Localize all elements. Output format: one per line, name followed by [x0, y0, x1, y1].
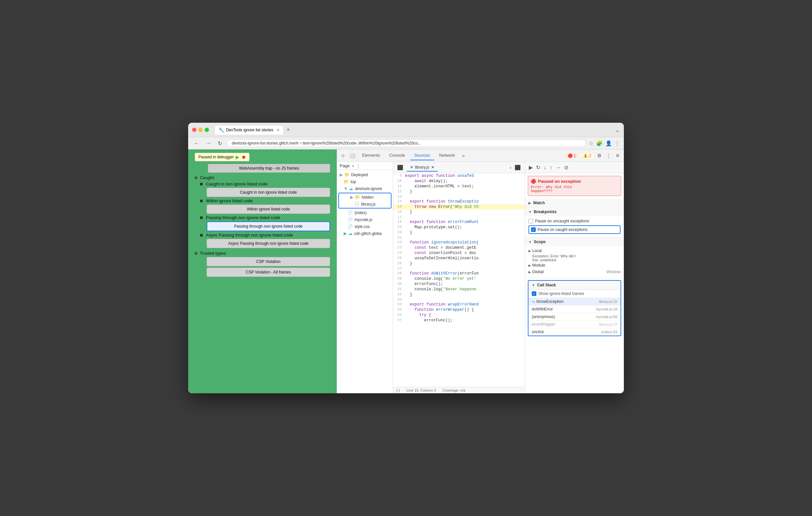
deactivate-breakpoints-btn[interactable]: ⊘	[563, 163, 570, 172]
window-controls: ⌄	[615, 126, 620, 133]
navigator-btn[interactable]: ⬛	[513, 163, 522, 172]
step-btn[interactable]: →	[554, 164, 562, 172]
call-stack-frame-1[interactable]: doWithError mycode.js:18	[528, 305, 620, 313]
tab-favicon: 🔧	[219, 127, 224, 133]
step-out-btn[interactable]: ↑	[549, 164, 553, 172]
browser-tab[interactable]: 🔧 DevTools ignore list stories ✕	[214, 125, 284, 134]
file-item-cdn[interactable]: ▶ ☁ cdn.glitch.globa	[337, 230, 393, 237]
tab-elements[interactable]: Elements	[358, 151, 384, 160]
tab-network[interactable]: Network	[435, 151, 459, 160]
code-line-27: 27	[393, 266, 525, 271]
code-line-26: 26 }	[393, 261, 525, 266]
devtools-topbar: ⊹ ⬜ Elements Console Sources Network » �	[337, 149, 624, 162]
caught-bullet	[195, 177, 197, 179]
address-input[interactable]	[227, 139, 586, 147]
folder-icon-hidden: ▶ 📁	[350, 195, 360, 200]
record-icon[interactable]: ⏺	[241, 154, 246, 160]
close-tab-icon[interactable]: ✕	[431, 165, 434, 170]
maximize-button[interactable]	[205, 128, 209, 132]
file-item-stylecss[interactable]: 📄 style.css	[337, 223, 393, 230]
settings-btn[interactable]: ⚙	[596, 151, 603, 160]
breakpoints-chevron: ▼	[528, 210, 532, 214]
call-stack-frame-3[interactable]: errorWrapper library.js:37	[528, 321, 620, 328]
tab-close-button[interactable]: ✕	[277, 128, 280, 132]
cloud-icon-devtools: ▼ ☁	[344, 186, 353, 191]
file-item-libraryjs[interactable]: 📄 library.js	[340, 201, 390, 208]
more-options-btn[interactable]: ⋮	[605, 151, 612, 160]
address-bar: ← → ↻ ☆ 🧩 👤 ⋮	[188, 137, 624, 149]
debugger-toolbar: ▶ ↻ ↓ ↑ → ⊘	[525, 162, 624, 173]
story-btn-0[interactable]: Caught in non ignore listed code	[207, 188, 330, 197]
pause-uncaught-checkbox[interactable]	[528, 219, 533, 223]
show-ignored-checkbox[interactable]: ✓	[532, 291, 536, 296]
back-button[interactable]: ←	[192, 140, 201, 147]
breakpoints-header[interactable]: ▼ Breakpoints	[525, 208, 624, 216]
call-stack-frame-2[interactable]: (anonymous) mycode.js:89	[528, 313, 620, 321]
trusted-btn-1[interactable]: CSP Violation - All frames	[207, 268, 330, 277]
file-item-mycode[interactable]: 📄 mycode.js	[337, 216, 393, 223]
bookmark-icon[interactable]: ☆	[589, 140, 593, 147]
call-stack-header[interactable]: ▼ Call Stack	[528, 281, 620, 290]
trusted-items: CSP Violation CSP Violation - All frames	[200, 257, 330, 277]
pause-caught-checkbox[interactable]: ✓	[531, 227, 536, 232]
file-item-devtools[interactable]: ▼ ☁ devtools-ignore	[337, 185, 393, 192]
item-1-label: Within ignore listed code	[200, 198, 330, 203]
code-line-12: 12 }	[393, 189, 525, 194]
item-3-label: Async Passing through non ignore listed …	[200, 233, 330, 238]
watch-section: ▶ Watch	[525, 199, 624, 208]
reload-button[interactable]: ↻	[216, 140, 224, 147]
file-item-index[interactable]: 📄 (index)	[337, 209, 393, 216]
new-tab-button[interactable]: +	[285, 125, 291, 134]
code-line-37: 37 errorFunc();	[393, 318, 525, 323]
call-stack-frame-4[interactable]: onclick (index):83	[528, 328, 620, 336]
tab-sources[interactable]: Sources	[410, 151, 434, 160]
story-btn-3[interactable]: Async Passing through non ignore listed …	[207, 239, 330, 248]
extensions-icon[interactable]: 🧩	[596, 140, 603, 147]
devtools-more-tabs[interactable]: »	[460, 152, 467, 160]
story-btn-2[interactable]: Passing through non ignore listed code	[207, 221, 330, 231]
error-badge: 🔴 1	[565, 153, 579, 159]
sidebar-more-btn[interactable]: »	[351, 163, 354, 168]
code-area[interactable]: 9 export async function unsafeS 10 await…	[393, 173, 525, 387]
code-line-16: 16 }	[393, 210, 525, 215]
file-item-deployed[interactable]: ▶ 📁 Deployed	[337, 171, 393, 178]
trusted-btn-0[interactable]: CSP Violation	[207, 257, 330, 266]
menu-icon[interactable]: ⋮	[615, 140, 620, 147]
file-tab-icon: ✕	[410, 165, 413, 170]
close-devtools-btn[interactable]: ✕	[614, 151, 621, 160]
resume-icon[interactable]: ▶	[236, 154, 239, 160]
device-toolbar-btn[interactable]: ⬜	[348, 151, 357, 160]
items-list: Caught in non ignore listed code Caught …	[200, 181, 330, 248]
inspect-element-btn[interactable]: ⊹	[340, 151, 347, 160]
code-editor: ⬛ ✕ library.js ✕ › ⬛ 9 export async func…	[393, 162, 525, 393]
step-into-btn[interactable]: ↓	[543, 164, 547, 172]
forward-button[interactable]: →	[204, 140, 213, 147]
call-stack-frame-0[interactable]: ⇒ throwException library.js:15	[528, 298, 620, 305]
watch-chevron: ▶	[528, 201, 531, 205]
title-bar: 🔧 DevTools ignore list stories ✕ + ⌄	[188, 123, 624, 137]
js-icon-mycode: 📄	[348, 217, 353, 222]
close-button[interactable]	[192, 128, 196, 132]
exception-error-icon: 🔴	[531, 179, 536, 184]
editor-more[interactable]: ›	[510, 164, 511, 171]
code-line-14: 14 export function throwExceptio	[393, 199, 525, 204]
browser-window: 🔧 DevTools ignore list stories ✕ + ⌄ ← →…	[188, 123, 624, 393]
sidebar-menu-btn[interactable]: ⋮	[356, 163, 360, 168]
tab-console[interactable]: Console	[385, 151, 409, 160]
code-line-31: 31 console.log('Never happene	[393, 287, 525, 292]
item-2-label: Passing through non ignore listed code	[200, 215, 330, 220]
minimize-button[interactable]	[198, 128, 203, 132]
file-item-top[interactable]: 📁 top	[337, 178, 393, 185]
code-line-9: 9 export async function unsafeS	[393, 173, 525, 179]
show-ignored-row: ✓ Show ignore-listed frames	[528, 290, 620, 298]
resume-btn[interactable]: ▶	[528, 163, 534, 172]
toggle-sidebar-btn[interactable]: ⬛	[396, 163, 405, 172]
profile-icon[interactable]: 👤	[605, 140, 612, 147]
story-btn-1[interactable]: Within ignore listed code	[207, 205, 330, 214]
step-over-btn[interactable]: ↻	[535, 163, 541, 172]
editor-tab-library[interactable]: ✕ library.js ✕	[407, 164, 438, 172]
watch-header[interactable]: ▶ Watch	[525, 199, 624, 207]
global-chevron: ▶	[528, 270, 531, 274]
scope-header[interactable]: ▼ Scope	[525, 238, 624, 246]
file-item-hidden[interactable]: ▶ 📁 hidden	[340, 194, 390, 201]
